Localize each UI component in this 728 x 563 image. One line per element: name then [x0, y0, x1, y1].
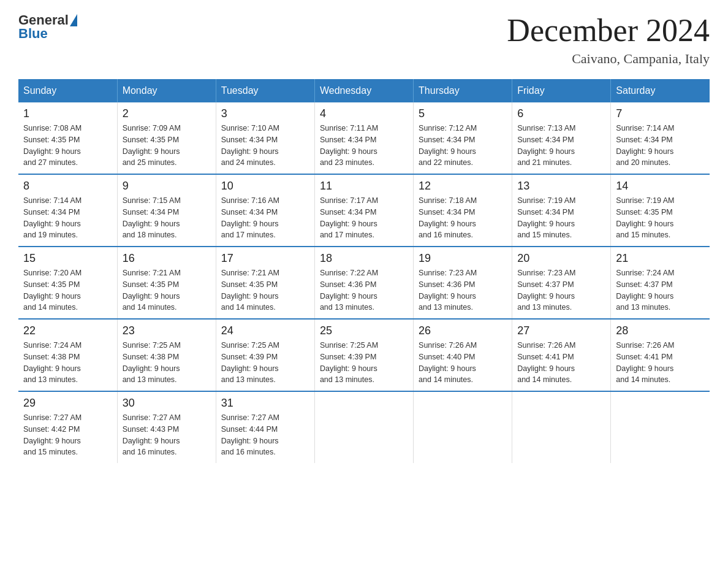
- calendar-cell: [611, 391, 710, 463]
- calendar-cell: [314, 391, 413, 463]
- day-number: 24: [221, 324, 309, 337]
- calendar-table: SundayMondayTuesdayWednesdayThursdayFrid…: [18, 79, 710, 463]
- calendar-cell: 2 Sunrise: 7:09 AM Sunset: 4:35 PM Dayli…: [117, 102, 216, 174]
- calendar-cell: 15 Sunrise: 7:20 AM Sunset: 4:35 PM Dayl…: [18, 247, 117, 319]
- day-info: Sunrise: 7:22 AM Sunset: 4:36 PM Dayligh…: [320, 267, 408, 313]
- calendar-cell: 9 Sunrise: 7:15 AM Sunset: 4:34 PM Dayli…: [117, 174, 216, 247]
- day-info: Sunrise: 7:27 AM Sunset: 4:43 PM Dayligh…: [123, 412, 211, 458]
- day-info: Sunrise: 7:24 AM Sunset: 4:38 PM Dayligh…: [23, 340, 112, 386]
- calendar-cell: 16 Sunrise: 7:21 AM Sunset: 4:35 PM Dayl…: [117, 247, 216, 319]
- day-info: Sunrise: 7:17 AM Sunset: 4:34 PM Dayligh…: [320, 195, 408, 241]
- day-info: Sunrise: 7:18 AM Sunset: 4:34 PM Dayligh…: [419, 195, 507, 241]
- logo: General Blue: [18, 12, 78, 42]
- day-info: Sunrise: 7:14 AM Sunset: 4:34 PM Dayligh…: [23, 195, 112, 241]
- day-number: 9: [123, 180, 211, 193]
- day-number: 30: [123, 397, 211, 410]
- day-info: Sunrise: 7:14 AM Sunset: 4:34 PM Dayligh…: [616, 123, 705, 169]
- calendar-cell: 18 Sunrise: 7:22 AM Sunset: 4:36 PM Dayl…: [314, 247, 413, 319]
- day-header-monday: Monday: [117, 79, 216, 102]
- day-number: 3: [221, 107, 309, 120]
- calendar-cell: 28 Sunrise: 7:26 AM Sunset: 4:41 PM Dayl…: [611, 319, 710, 391]
- day-number: 6: [517, 107, 605, 120]
- day-header-friday: Friday: [512, 79, 611, 102]
- location-title: Caivano, Campania, Italy: [507, 51, 710, 67]
- day-header-thursday: Thursday: [414, 79, 512, 102]
- calendar-cell: 23 Sunrise: 7:25 AM Sunset: 4:38 PM Dayl…: [117, 319, 216, 391]
- calendar-cell: 8 Sunrise: 7:14 AM Sunset: 4:34 PM Dayli…: [18, 174, 117, 247]
- day-info: Sunrise: 7:19 AM Sunset: 4:34 PM Dayligh…: [517, 195, 605, 241]
- day-info: Sunrise: 7:25 AM Sunset: 4:39 PM Dayligh…: [221, 340, 309, 386]
- calendar-cell: 27 Sunrise: 7:26 AM Sunset: 4:41 PM Dayl…: [512, 319, 611, 391]
- day-header-saturday: Saturday: [611, 79, 710, 102]
- day-info: Sunrise: 7:27 AM Sunset: 4:44 PM Dayligh…: [221, 412, 309, 458]
- calendar-cell: 24 Sunrise: 7:25 AM Sunset: 4:39 PM Dayl…: [216, 319, 314, 391]
- day-info: Sunrise: 7:19 AM Sunset: 4:35 PM Dayligh…: [616, 195, 705, 241]
- day-info: Sunrise: 7:11 AM Sunset: 4:34 PM Dayligh…: [320, 123, 408, 169]
- day-number: 23: [123, 324, 211, 337]
- day-info: Sunrise: 7:10 AM Sunset: 4:34 PM Dayligh…: [221, 123, 309, 169]
- calendar-cell: 10 Sunrise: 7:16 AM Sunset: 4:34 PM Dayl…: [216, 174, 314, 247]
- calendar-week-row: 8 Sunrise: 7:14 AM Sunset: 4:34 PM Dayli…: [18, 174, 710, 247]
- calendar-cell: 30 Sunrise: 7:27 AM Sunset: 4:43 PM Dayl…: [117, 391, 216, 463]
- calendar-header-row: SundayMondayTuesdayWednesdayThursdayFrid…: [18, 79, 710, 102]
- calendar-cell: [512, 391, 611, 463]
- day-number: 5: [419, 107, 507, 120]
- calendar-cell: 25 Sunrise: 7:25 AM Sunset: 4:39 PM Dayl…: [314, 319, 413, 391]
- calendar-cell: 19 Sunrise: 7:23 AM Sunset: 4:36 PM Dayl…: [414, 247, 512, 319]
- day-number: 18: [320, 252, 408, 265]
- day-number: 20: [517, 252, 605, 265]
- day-number: 26: [419, 324, 507, 337]
- day-info: Sunrise: 7:26 AM Sunset: 4:40 PM Dayligh…: [419, 340, 507, 386]
- day-number: 13: [517, 180, 605, 193]
- day-number: 2: [123, 107, 211, 120]
- calendar-cell: 22 Sunrise: 7:24 AM Sunset: 4:38 PM Dayl…: [18, 319, 117, 391]
- day-number: 10: [221, 180, 309, 193]
- day-info: Sunrise: 7:12 AM Sunset: 4:34 PM Dayligh…: [419, 123, 507, 169]
- day-info: Sunrise: 7:20 AM Sunset: 4:35 PM Dayligh…: [23, 267, 112, 313]
- day-header-tuesday: Tuesday: [216, 79, 314, 102]
- calendar-cell: 20 Sunrise: 7:23 AM Sunset: 4:37 PM Dayl…: [512, 247, 611, 319]
- logo-triangle-icon: [70, 14, 77, 26]
- calendar-cell: 7 Sunrise: 7:14 AM Sunset: 4:34 PM Dayli…: [611, 102, 710, 174]
- day-number: 16: [123, 252, 211, 265]
- day-header-sunday: Sunday: [18, 79, 117, 102]
- calendar-cell: 4 Sunrise: 7:11 AM Sunset: 4:34 PM Dayli…: [314, 102, 413, 174]
- day-info: Sunrise: 7:26 AM Sunset: 4:41 PM Dayligh…: [517, 340, 605, 386]
- day-number: 31: [221, 397, 309, 410]
- day-info: Sunrise: 7:25 AM Sunset: 4:38 PM Dayligh…: [123, 340, 211, 386]
- day-number: 12: [419, 180, 507, 193]
- calendar-week-row: 15 Sunrise: 7:20 AM Sunset: 4:35 PM Dayl…: [18, 247, 710, 319]
- day-number: 29: [23, 397, 112, 410]
- title-section: December 2024 Caivano, Campania, Italy: [507, 12, 710, 67]
- page-header: General Blue December 2024 Caivano, Camp…: [18, 12, 710, 67]
- day-number: 4: [320, 107, 408, 120]
- day-info: Sunrise: 7:21 AM Sunset: 4:35 PM Dayligh…: [123, 267, 211, 313]
- calendar-cell: 21 Sunrise: 7:24 AM Sunset: 4:37 PM Dayl…: [611, 247, 710, 319]
- month-title: December 2024: [507, 12, 710, 48]
- day-info: Sunrise: 7:26 AM Sunset: 4:41 PM Dayligh…: [616, 340, 705, 386]
- calendar-cell: 6 Sunrise: 7:13 AM Sunset: 4:34 PM Dayli…: [512, 102, 611, 174]
- calendar-cell: 14 Sunrise: 7:19 AM Sunset: 4:35 PM Dayl…: [611, 174, 710, 247]
- day-info: Sunrise: 7:16 AM Sunset: 4:34 PM Dayligh…: [221, 195, 309, 241]
- day-info: Sunrise: 7:24 AM Sunset: 4:37 PM Dayligh…: [616, 267, 705, 313]
- day-number: 19: [419, 252, 507, 265]
- calendar-cell: 31 Sunrise: 7:27 AM Sunset: 4:44 PM Dayl…: [216, 391, 314, 463]
- calendar-cell: 1 Sunrise: 7:08 AM Sunset: 4:35 PM Dayli…: [18, 102, 117, 174]
- day-header-wednesday: Wednesday: [314, 79, 413, 102]
- calendar-cell: 12 Sunrise: 7:18 AM Sunset: 4:34 PM Dayl…: [414, 174, 512, 247]
- calendar-cell: 5 Sunrise: 7:12 AM Sunset: 4:34 PM Dayli…: [414, 102, 512, 174]
- calendar-cell: 26 Sunrise: 7:26 AM Sunset: 4:40 PM Dayl…: [414, 319, 512, 391]
- day-number: 14: [616, 180, 705, 193]
- day-number: 8: [23, 180, 112, 193]
- day-info: Sunrise: 7:27 AM Sunset: 4:42 PM Dayligh…: [23, 412, 112, 458]
- day-info: Sunrise: 7:23 AM Sunset: 4:36 PM Dayligh…: [419, 267, 507, 313]
- calendar-cell: 17 Sunrise: 7:21 AM Sunset: 4:35 PM Dayl…: [216, 247, 314, 319]
- day-number: 11: [320, 180, 408, 193]
- day-number: 25: [320, 324, 408, 337]
- day-number: 1: [23, 107, 112, 120]
- day-info: Sunrise: 7:08 AM Sunset: 4:35 PM Dayligh…: [23, 123, 112, 169]
- day-number: 17: [221, 252, 309, 265]
- day-number: 22: [23, 324, 112, 337]
- day-number: 7: [616, 107, 705, 120]
- day-info: Sunrise: 7:15 AM Sunset: 4:34 PM Dayligh…: [123, 195, 211, 241]
